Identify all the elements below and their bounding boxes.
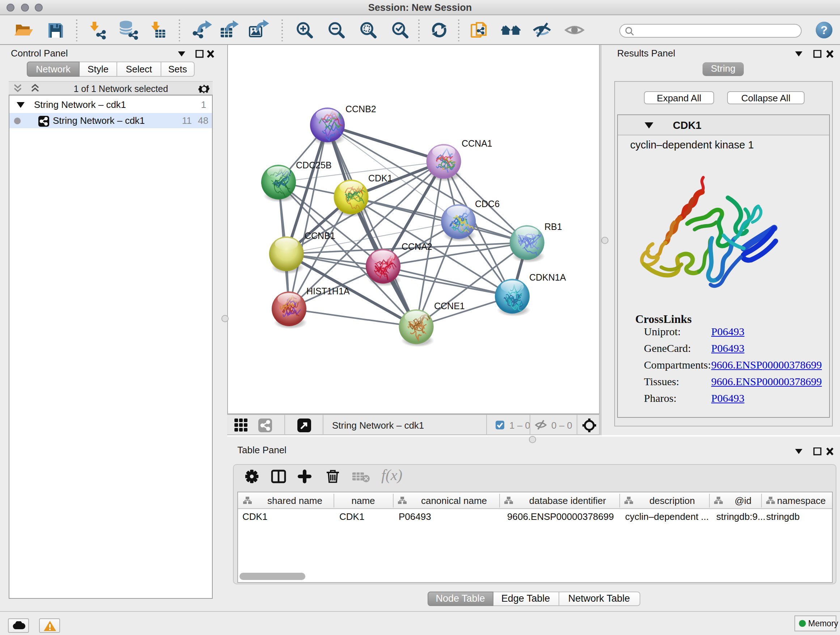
svg-text:CCNA2: CCNA2	[401, 241, 432, 252]
svg-text:RB1: RB1	[545, 222, 562, 232]
svg-text:CDKN1A: CDKN1A	[529, 272, 566, 282]
svg-text:CDC6: CDC6	[475, 199, 500, 209]
svg-text:HIST1H1A: HIST1H1A	[306, 286, 350, 296]
svg-text:?: ?	[821, 24, 828, 36]
svg-text:CDK1: CDK1	[368, 173, 393, 183]
svg-text:CDC25B: CDC25B	[296, 160, 332, 170]
svg-text:CCNB2: CCNB2	[346, 104, 376, 114]
svg-text:CCNE1: CCNE1	[434, 301, 465, 311]
svg-text:CCNA1: CCNA1	[462, 138, 493, 149]
svg-text:CCNB1: CCNB1	[305, 231, 335, 241]
